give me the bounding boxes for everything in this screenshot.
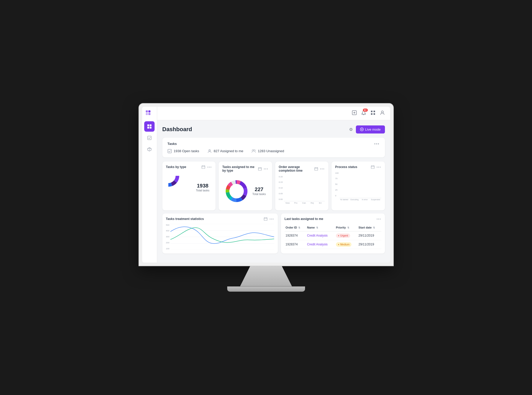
page-title: Dashboard [162,126,192,133]
open-tasks-label: 1938 Open tasks [174,149,199,153]
tasks-by-type-card: Tasks by type ••• [162,162,216,210]
tasks-treatment-title: Tasks treatment statistics [166,217,204,221]
tasks-card-title: Tasks [168,142,177,146]
order-completion-title: Order average completion time [279,165,315,172]
cell-priority: ●Medium [335,240,357,249]
sidebar-item-tasks[interactable] [144,133,155,143]
cell-order-id: 1928374 [285,231,306,240]
svg-point-20 [381,111,383,113]
process-status-chart: 100 75 50 25 0 [335,172,381,200]
unassigned-tasks-stat: 1283 Unassigned [252,149,284,153]
tasks-treatment-card: Tasks treatment statistics ••• [162,213,278,253]
notification-icon[interactable]: 9+ [361,110,366,116]
order-completion-chart: 0:20 0:15 0:10 0:05 0:00 [279,176,325,204]
tasks-treatment-menu[interactable]: ••• [270,217,274,220]
calendar-icon-3[interactable] [314,167,318,171]
col-order-id[interactable]: Order ID ⇅ [285,224,306,231]
svg-rect-7 [150,127,151,129]
calendar-icon-1[interactable] [202,165,205,169]
cell-name[interactable]: Credit Analysis [306,231,335,240]
svg-rect-27 [202,166,205,169]
col-priority[interactable]: Priority ⇅ [335,224,357,231]
live-mode-button[interactable]: Live mode [356,125,385,133]
donut-1-text: Total tasks [196,189,209,192]
cell-name[interactable]: Credit Analysis [306,240,335,249]
process-status-title: Process status [335,165,357,169]
tasks-stats: 1938 Open tasks 827 Assigned to me [168,149,380,153]
svg-rect-18 [371,113,372,115]
sidebar-logo[interactable] [145,109,154,117]
svg-marker-22 [361,129,363,130]
table-row: 1928374Credit Analysis●Urgent29/11/2019 [285,231,381,240]
last-tasks-table: Order ID ⇅ Name ⇅ Priority [285,224,381,249]
sidebar [142,107,157,263]
top-nav: 9+ [157,107,390,120]
cell-priority: ●Urgent [335,231,357,240]
last-tasks-title: Last tasks assigned to me [285,217,323,221]
grid-icon[interactable] [370,110,376,116]
last-tasks-card: Last tasks assigned to me ••• Order ID ⇅ [281,213,385,253]
svg-rect-0 [146,110,148,112]
svg-rect-67 [264,218,267,220]
table-row: 1928374Credit Analysis●Medium29/11/2019 [285,240,381,249]
col-start-date[interactable]: Start date ⇅ [357,224,381,231]
tasks-card: Tasks ••• 1938 Open tasks [162,138,385,157]
last-tasks-menu[interactable]: ••• [377,217,381,220]
donut-2-label: 227 Total tasks [252,186,266,196]
charts-grid: Tasks by type ••• [162,162,385,210]
donut-2-number: 227 [252,186,266,192]
donut-chart-2 [225,179,248,203]
svg-rect-63 [371,166,374,169]
donut-1-number: 1938 [196,183,209,189]
cell-start-date: 29/11/2019 [357,231,381,240]
tasks-assigned-title: Tasks assigned to me by type [222,165,258,172]
svg-rect-59 [315,168,318,170]
svg-rect-2 [146,113,148,115]
cell-start-date: 29/11/2019 [357,240,381,249]
page-body: Dashboard ⚙ Live mode [157,120,390,263]
tasks-card-header: Tasks ••• [168,142,380,146]
add-icon[interactable] [352,110,357,116]
svg-point-24 [209,150,210,151]
svg-rect-23 [168,149,171,153]
donut-2-text: Total tasks [252,192,266,196]
notification-badge: 9+ [363,109,368,112]
order-completion-card: Order average completion time ••• [275,162,329,210]
calendar-icon-5[interactable] [264,217,267,221]
col-name[interactable]: Name ⇅ [306,224,335,231]
main-content: 9+ [157,107,390,263]
svg-point-15 [363,114,364,115]
svg-rect-19 [374,113,375,115]
tasks-by-type-title: Tasks by type [166,165,186,169]
order-completion-menu[interactable]: ••• [320,167,325,170]
svg-rect-4 [147,124,149,126]
tasks-by-type-menu[interactable]: ••• [207,165,212,169]
page-header: Dashboard ⚙ Live mode [162,125,385,133]
svg-rect-17 [374,111,375,112]
svg-rect-8 [148,136,151,140]
svg-rect-1 [148,110,150,112]
svg-rect-5 [150,124,151,126]
cell-order-id: 1928374 [285,240,306,249]
calendar-icon-4[interactable] [371,165,375,169]
tasks-menu-button[interactable]: ••• [374,142,380,146]
process-status-card: Process status ••• [331,162,385,210]
tasks-assigned-by-type-card: Tasks assigned to me by type ••• [219,162,272,210]
calendar-icon-2[interactable] [258,167,262,171]
sidebar-item-dashboard[interactable] [144,121,155,132]
process-status-menu[interactable]: ••• [377,165,381,169]
tasks-assigned-menu[interactable]: ••• [264,167,268,170]
line-chart: 500 400 300 200 100 [166,224,274,250]
svg-rect-44 [258,168,261,170]
user-icon[interactable] [380,110,385,116]
monitor-base [227,286,305,292]
svg-point-25 [252,150,254,151]
open-tasks-stat: 1938 Open tasks [168,149,199,153]
monitor-stand [240,266,292,286]
sidebar-item-cube[interactable] [144,144,155,155]
svg-rect-16 [371,111,372,112]
settings-icon[interactable]: ⚙ [349,127,353,132]
assigned-tasks-label: 827 Assigned to me [214,149,243,153]
tasks-assigned-chart: 227 Total tasks [222,176,268,207]
bottom-grid: Tasks treatment statistics ••• [162,213,385,253]
